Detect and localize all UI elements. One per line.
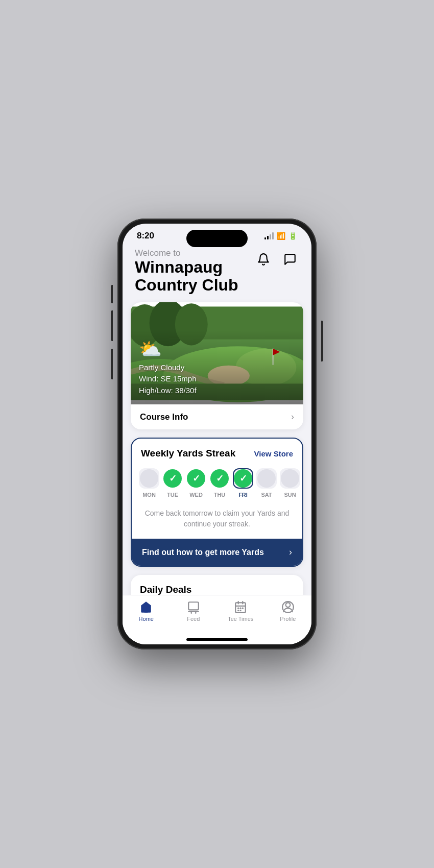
day-item-thu: ✓ THU (209, 468, 230, 498)
course-image-container: ⛅ Partly Cloudy Wind: SE 15mph High/Low:… (131, 302, 303, 404)
scroll-content[interactable]: Welcome to Winnapaug Country Club (123, 244, 311, 595)
nav-label-tee-times: Tee Times (228, 616, 253, 622)
tee-times-icon (234, 600, 247, 614)
day-circle-thu: ✓ (209, 468, 230, 489)
nav-label-feed: Feed (187, 616, 200, 622)
club-name: Winnapaug Country Club (135, 258, 238, 294)
chat-icon (283, 253, 297, 266)
signal-icon (264, 232, 274, 239)
battery-icon: 🔋 (288, 232, 297, 240)
bottom-nav: Home Feed (123, 595, 311, 634)
check-thu: ✓ (210, 469, 229, 488)
messages-button[interactable] (281, 250, 299, 269)
check-fri: ✓ (234, 469, 252, 488)
signal-bar-2 (267, 236, 269, 239)
day-item-tue: ✓ TUE (162, 468, 183, 498)
header-title-area: Welcome to Winnapaug Country Club (135, 248, 238, 294)
day-circle-wed: ✓ (186, 468, 206, 489)
phone-screen: 8:20 📶 🔋 Welcome to Winnapaug (123, 224, 311, 644)
course-card[interactable]: ⛅ Partly Cloudy Wind: SE 15mph High/Low:… (131, 302, 303, 429)
wifi-icon: 📶 (277, 232, 285, 240)
app-header: Welcome to Winnapaug Country Club (123, 244, 311, 302)
status-time: 8:20 (137, 231, 154, 241)
signal-bar-3 (270, 234, 271, 239)
yards-streak-title: Weekly Yards Streak (141, 448, 235, 459)
course-info-chevron: › (291, 412, 294, 422)
day-circle-tue: ✓ (162, 468, 183, 489)
nav-label-profile: Profile (280, 616, 296, 622)
mute-button (111, 285, 113, 303)
day-label-fri: FRI (238, 492, 248, 498)
day-circle-sat (256, 468, 277, 489)
day-item-wed: ✓ WED (186, 468, 206, 498)
streak-message: Come back tomorrow to claim your Yards a… (132, 506, 302, 539)
day-circle-fri: ✓ (233, 468, 253, 489)
weather-condition: Partly Cloudy (139, 363, 184, 372)
day-label-mon: MON (142, 492, 156, 498)
nav-item-profile[interactable]: Profile (264, 600, 312, 622)
yards-cta-chevron-icon: › (289, 547, 292, 558)
signal-bar-1 (264, 237, 266, 239)
volume-down-button (111, 349, 113, 379)
day-label-tue: TUE (167, 492, 178, 498)
daily-deals-card: Daily Deals (131, 575, 303, 595)
weather-wind: Wind: SE 15mph (139, 374, 197, 383)
weather-highlow: High/Low: 38/30f (139, 386, 197, 395)
home-indicator (123, 634, 311, 644)
day-label-sun: SUN (284, 492, 296, 498)
day-label-wed: WED (189, 492, 203, 498)
day-label-thu: THU (214, 492, 226, 498)
nav-item-home[interactable]: Home (123, 600, 170, 622)
day-circle-mon (139, 468, 159, 489)
home-bar (186, 638, 248, 641)
welcome-text: Welcome to (135, 248, 238, 258)
day-item-sat: SAT (256, 468, 277, 498)
yards-cta-text: Find out how to get more Yards (142, 548, 264, 557)
daily-deals-title: Daily Deals (140, 584, 191, 595)
weather-icon: ⛅ (139, 339, 295, 360)
weather-overlay: ⛅ Partly Cloudy Wind: SE 15mph High/Low:… (131, 330, 303, 405)
view-store-button[interactable]: View Store (254, 449, 293, 458)
day-item-fri: ✓ FRI (233, 468, 253, 498)
power-button (321, 321, 323, 361)
nav-item-tee-times[interactable]: Tee Times (217, 600, 264, 622)
nav-label-home: Home (139, 616, 154, 622)
svg-rect-11 (188, 602, 199, 610)
nav-item-feed[interactable]: Feed (170, 600, 218, 622)
volume-up-button (111, 310, 113, 341)
day-circle-sun (280, 468, 300, 489)
signal-bar-4 (272, 232, 274, 239)
weather-info: Partly Cloudy Wind: SE 15mph High/Low: 3… (139, 362, 295, 397)
check-wed: ✓ (187, 469, 205, 488)
day-empty-mon (140, 469, 158, 488)
profile-icon (281, 600, 295, 614)
phone-frame: 8:20 📶 🔋 Welcome to Winnapaug (117, 219, 317, 649)
yards-card-header: Weekly Yards Streak View Store (132, 439, 302, 466)
course-info-label: Course Info (140, 412, 188, 422)
day-item-mon: MON (139, 468, 159, 498)
home-icon (139, 600, 153, 614)
day-empty-sun (281, 469, 299, 488)
feed-icon (187, 600, 200, 614)
dynamic-island (186, 230, 248, 247)
day-empty-sat (257, 469, 276, 488)
course-info-row[interactable]: Course Info › (131, 404, 303, 429)
notifications-button[interactable] (254, 250, 273, 269)
day-item-sun: SUN (280, 468, 300, 498)
yards-cta-button[interactable]: Find out how to get more Yards › (132, 539, 302, 566)
yards-streak-card: Weekly Yards Streak View Store MON ✓ (131, 438, 303, 567)
day-label-sat: SAT (261, 492, 272, 498)
bell-icon (257, 253, 270, 266)
status-icons: 📶 🔋 (264, 232, 297, 240)
days-row: MON ✓ TUE ✓ WED (132, 466, 302, 506)
check-tue: ✓ (163, 469, 182, 488)
svg-point-24 (285, 602, 290, 607)
header-icons (254, 250, 299, 269)
